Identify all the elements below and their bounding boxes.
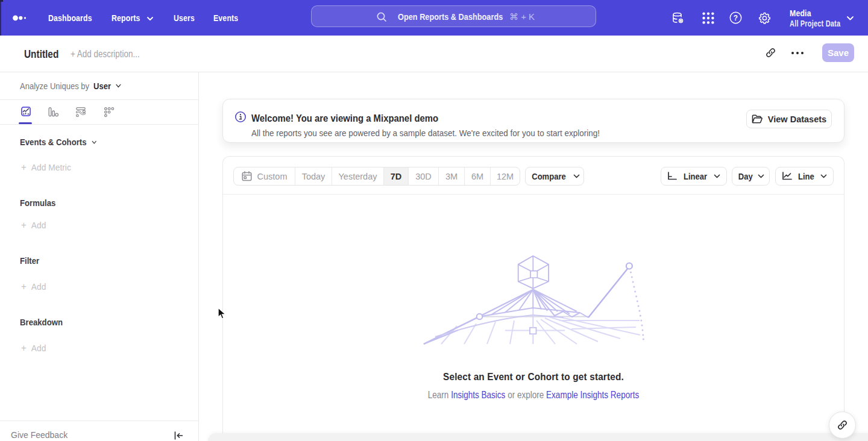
svg-text:?: ? [734,14,738,22]
